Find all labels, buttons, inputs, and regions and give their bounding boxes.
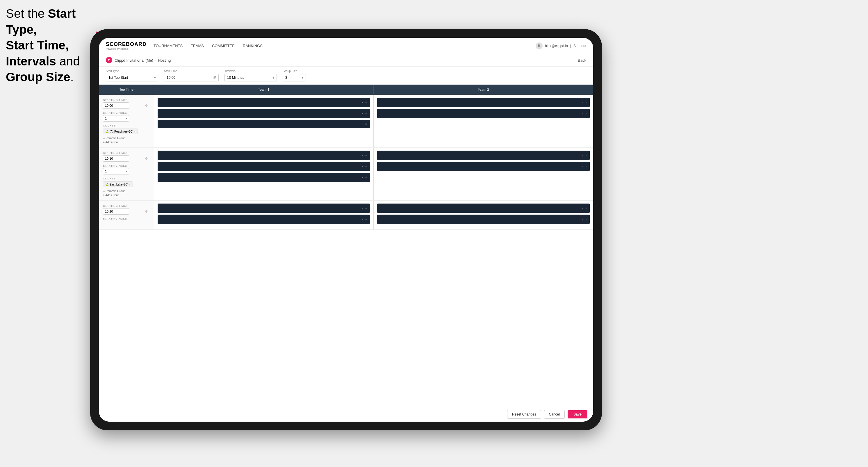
remove-x-4-1[interactable]: × [581,154,583,157]
remove-circle-6-1[interactable]: ○ [585,207,587,210]
starting-time-wrapper-3: ⏱ [103,208,150,215]
starting-time-input-2[interactable] [103,155,129,162]
tee-time-col-3: STARTING TIME: ⏱ STARTING HOLE: [99,200,154,229]
action-links-1: ○ Remove Group + Add Group [103,137,150,144]
logo-text: SCOREBOARD [106,41,147,48]
annotation-and: and [56,54,80,68]
add-group-2[interactable]: + Add Group [103,194,150,197]
starting-hole-select-2[interactable]: 1 [103,168,129,175]
remove-circle-5-2[interactable]: ○ [365,218,367,221]
start-time-input[interactable] [164,74,219,82]
logo-area: SCOREBOARD Powered by clipp.io [106,41,147,50]
remove-x-3-1[interactable]: × [362,154,363,157]
team1-cell-2: × ○ × ○ × ○ [154,148,374,200]
main-content: STARTING TIME: ⏱ STARTING HOLE: 1 COURSE… [99,95,593,407]
start-type-group: Start Type 1st Tee Start [106,69,158,82]
remove-x-3-2[interactable]: × [362,164,363,168]
remove-circle-3-c[interactable]: ○ [365,176,367,179]
add-group-1[interactable]: + Add Group [103,141,150,144]
breadcrumb-separator: › [155,58,156,63]
remove-circle-4-1[interactable]: ○ [585,154,587,157]
course-chip-2: ⛳ East Lake GC × [103,182,133,187]
th-tee-time: Tee Time [99,85,154,94]
remove-circle-1-1[interactable]: ○ [365,101,367,104]
save-button[interactable]: Save [568,410,587,418]
group-size-label: Group Size [283,69,306,73]
back-button[interactable]: ‹ Back [576,58,586,63]
cancel-button[interactable]: Cancel [544,410,565,419]
player-remove-5-2: × ○ [362,218,367,221]
starting-time-input-3[interactable] [103,208,129,215]
start-time-input-wrapper: ⏱ [164,74,219,82]
breadcrumb-tournament[interactable]: Clippd Invitational (Me) [115,58,153,63]
starting-time-label-3: STARTING TIME: [103,204,150,207]
player-row-1-2: × ○ [158,109,370,118]
remove-circle-6-2[interactable]: ○ [585,218,587,221]
remove-circle-1-2[interactable]: ○ [365,112,367,115]
remove-circle-2-2[interactable]: ○ [585,112,587,115]
start-type-select[interactable]: 1st Tee Start [106,74,158,82]
course-remove-1[interactable]: × [134,130,135,133]
nav-tournaments[interactable]: TOURNAMENTS [154,42,183,49]
navbar: SCOREBOARD Powered by clipp.io TOURNAMEN… [99,38,593,54]
group-size-select[interactable]: 3 [283,74,306,82]
remove-group-1[interactable]: ○ Remove Group [103,137,150,140]
intervals-select[interactable]: 10 Minutes [224,74,277,82]
team1-cell-1: × ○ × ○ × [154,95,374,148]
remove-x-1-2[interactable]: × [362,112,363,115]
remove-circle-3-2[interactable]: ○ [365,164,367,168]
remove-x-5-2[interactable]: × [362,218,363,221]
player-row-2-1: × ○ [377,98,590,107]
annotation-period: . [70,70,74,84]
player-row-1-1: × ○ [158,98,370,107]
starting-hole-label-3: STARTING HOLE: [103,217,150,220]
course-label-2: COURSE: [103,177,150,180]
team1-cell-3: × ○ × ○ [154,200,374,229]
tee-time-col-1: STARTING TIME: ⏱ STARTING HOLE: 1 COURSE… [99,95,154,148]
player-remove-3-2: × ○ [362,164,367,168]
group-row-1: STARTING TIME: ⏱ STARTING HOLE: 1 COURSE… [99,95,593,148]
remove-circle-5-1[interactable]: ○ [365,207,367,210]
remove-x-3-c[interactable]: × [362,176,363,179]
start-type-label: Start Type [106,69,158,73]
remove-group-2[interactable]: ○ Remove Group [103,190,150,193]
remove-x-6-2[interactable]: × [581,218,583,221]
reset-button[interactable]: Reset Changes [507,410,541,419]
remove-x-4-2[interactable]: × [581,164,583,168]
remove-x-2-1[interactable]: × [581,101,583,104]
remove-circle-3-1[interactable]: ○ [365,154,367,157]
player-remove-4-2: × ○ [581,164,587,168]
remove-x-5-1[interactable]: × [362,207,363,210]
starting-hole-label-1: STARTING HOLE: [103,111,150,114]
remove-x-6-1[interactable]: × [581,207,583,210]
nav-committee[interactable]: COMMITTEE [212,42,235,49]
annotation-bold-intervals: Intervals [6,54,56,68]
tablet-frame: SCOREBOARD Powered by clipp.io TOURNAMEN… [90,29,602,430]
remove-circle-1-c[interactable]: ○ [365,122,367,126]
course-remove-2[interactable]: × [129,183,130,186]
remove-group-icon-2: ○ [103,190,105,193]
nav-rankings[interactable]: RANKINGS [243,42,262,49]
annotation-bold2: Start Time, [6,38,69,52]
player-remove-6-1: × ○ [581,207,587,210]
small-clock-icon-3: ⏱ [145,210,148,213]
starting-time-input-1[interactable] [103,102,129,109]
course-icon-2: ⛳ [105,183,108,186]
remove-x-1-c[interactable]: × [362,122,363,126]
player-remove-5-1: × ○ [362,207,367,210]
sign-out-link[interactable]: Sign out [574,44,586,48]
remove-circle-4-2[interactable]: ○ [585,164,587,168]
intervals-label: Intervals [224,69,277,73]
remove-circle-2-1[interactable]: ○ [585,101,587,104]
starting-hole-select-1[interactable]: 1 [103,115,129,122]
group-size-group: Group Size 3 [283,69,306,82]
starting-hole-label-2: STARTING HOLE: [103,164,150,167]
nav-teams[interactable]: TEAMS [191,42,204,49]
starting-time-wrapper-1: ⏱ [103,102,150,109]
remove-x-1-1[interactable]: × [362,101,363,104]
player-remove-6-2: × ○ [581,218,587,221]
remove-x-2-2[interactable]: × [581,112,583,115]
group-size-select-wrapper: 3 [283,74,306,82]
player-row-6-2: × ○ [377,215,590,224]
team2-cell-1: × ○ × ○ [374,95,593,148]
